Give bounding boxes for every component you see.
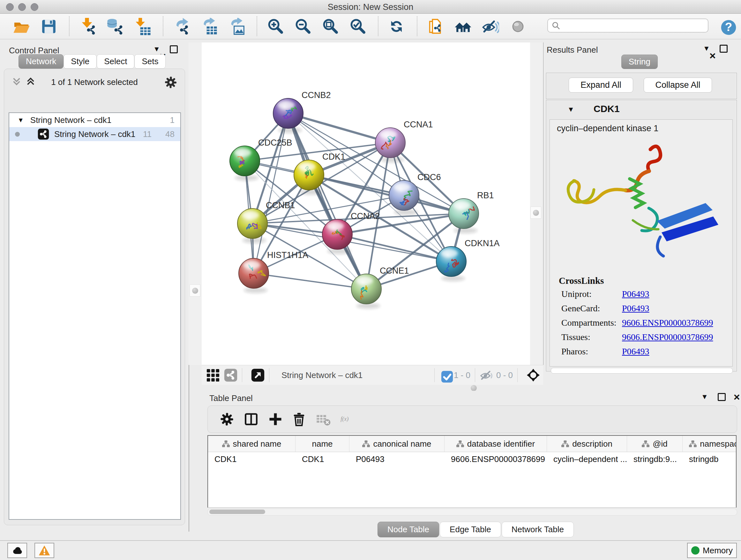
column-header-shared-name[interactable]: shared name [208,436,295,452]
tab-network-table[interactable]: Network Table [502,522,574,537]
network-node-CCNA1[interactable] [375,128,405,163]
toolbar-button-zoom-out[interactable] [294,18,312,35]
tab-node-table[interactable]: Node Table [378,522,439,537]
tab-network[interactable]: Network [18,54,64,69]
table-cell[interactable]: CDK1 [208,452,295,466]
column-header-namespace[interactable]: namespace [683,436,737,452]
network-edge[interactable] [254,113,288,273]
selected-checkbox-icon[interactable] [441,370,451,380]
table-cell[interactable]: P06493 [349,452,445,466]
toolbar-button-zoom-fit[interactable] [322,18,339,35]
table-h-scrollbar[interactable] [207,509,737,516]
toolbar-button-hide-eye[interactable] [482,18,499,35]
search-box[interactable] [547,18,709,33]
toolbar-button-houses[interactable] [455,18,472,35]
toolbar-button-import-database[interactable] [107,18,124,35]
add-column-icon[interactable] [268,412,283,427]
crosslink-link[interactable]: P06493 [622,303,650,314]
results-panel-close-button[interactable]: × [710,53,716,59]
left-splitter-handle[interactable] [190,285,200,297]
toolbar-button-eye-disabled[interactable] [509,18,527,35]
right-splitter-handle[interactable] [530,206,541,219]
grid-view-icon[interactable] [206,368,219,382]
toolbar-button-export-network[interactable] [173,18,190,35]
section-collapse-icon[interactable]: ▼ [567,105,575,114]
column-header-description[interactable]: description [547,436,627,452]
gear-icon[interactable] [164,75,178,91]
crosslink-link[interactable]: 9606.ENSP00000378699 [622,318,713,328]
results-panel-maximize-button[interactable] [720,45,728,53]
network-node-HIST1H1A[interactable] [239,258,269,293]
table-cell[interactable]: 9606.ENSP00000378699 [445,452,547,466]
toolbar-button-export-image[interactable] [228,18,245,35]
toolbar-button-help[interactable]: ? [720,19,734,33]
toolbar-button-zoom-in[interactable] [267,18,284,35]
horizontal-splitter[interactable] [202,385,741,391]
tab-string[interactable]: String [621,55,658,69]
control-panel-maximize-button[interactable] [170,45,178,53]
column-header-name[interactable]: name [295,436,349,452]
horizontal-splitter-handle[interactable] [471,385,477,391]
results-scrollbar[interactable] [551,368,733,374]
left-splitter[interactable] [189,43,202,365]
toolbar-button-clone-document[interactable] [427,18,444,35]
toolbar-button-zoom-selected[interactable] [349,18,366,35]
tree-expand-icon[interactable]: ▼ [17,117,24,124]
network-node-CCNA2[interactable] [322,219,352,254]
function-builder-icon[interactable]: f(x) [340,412,368,427]
toolbar-button-import-table[interactable] [134,18,151,35]
expand-all-button[interactable]: Expand All [569,78,633,92]
column-header-database-identifier[interactable]: database identifier [445,436,547,452]
table-cell[interactable]: stringdb [683,452,737,466]
birdseye-view-icon[interactable] [251,368,265,382]
crosslink-link[interactable]: P06493 [622,289,650,299]
table-panel-float-button[interactable]: ▼ [701,393,708,401]
network-node-RB1[interactable] [449,199,479,233]
network-overview-icon[interactable] [224,368,238,382]
search-input[interactable] [560,21,698,30]
table-cell[interactable]: cyclin–dependent ... [547,452,627,466]
crosslink-link[interactable]: 9606.ENSP00000378699 [622,332,713,342]
toolbar-button-export-table[interactable] [200,18,218,35]
table-cell[interactable]: stringdb:9... [627,452,683,466]
toolbar-button-refresh[interactable] [388,18,405,35]
network-node-CCNE1[interactable] [351,274,381,309]
table-settings-gear-icon[interactable] [219,412,234,427]
column-header-canonical-name[interactable]: canonical name [349,436,445,452]
tab-select[interactable]: Select [97,54,134,69]
network-edge[interactable] [337,234,451,261]
table-cell[interactable]: CDK1 [295,452,349,466]
right-splitter[interactable] [530,43,544,365]
network-node-CDC25B[interactable] [230,146,260,181]
network-canvas[interactable]: CCNB2CCNA1CDC25BCDK1CDC6RB1CCNB1CCNA2CDK… [202,43,530,365]
cloud-status-button[interactable] [7,543,27,558]
network-node-CCNB2[interactable] [273,98,303,133]
delete-column-icon[interactable] [291,412,307,427]
scrollbar-thumb[interactable] [209,509,265,514]
network-edge[interactable] [288,113,390,143]
table-panel-close-button[interactable]: × [734,394,740,400]
toolbar-button-import-network[interactable] [79,18,96,35]
toolbar-button-open-folder[interactable] [13,18,30,35]
network-edge[interactable] [254,273,366,289]
column-header--id[interactable]: @id [627,436,683,452]
tab-edge-table[interactable]: Edge Table [440,522,501,537]
table-row[interactable]: CDK1CDK1P064939606.ENSP00000378699cyclin… [208,452,736,466]
fit-selected-crosshair-icon[interactable] [527,368,540,382]
hidden-eye-icon[interactable] [480,368,493,382]
warnings-button[interactable] [35,543,54,558]
network-node-CCNB1[interactable] [238,208,267,243]
collapse-all-button[interactable]: Collapse All [644,78,712,92]
memory-button[interactable]: Memory [687,543,737,558]
network-node-CDKN1A[interactable] [436,246,466,281]
results-panel-float-button[interactable]: ▼ [703,44,710,53]
network-edge[interactable] [288,113,366,289]
network-collection-row[interactable]: ▼ String Network – cdk1 1 [9,113,180,127]
tab-sets[interactable]: Sets [134,54,165,69]
toolbar-button-save[interactable] [40,18,57,35]
control-panel-float-button[interactable]: ▼ [153,45,160,53]
delete-table-icon[interactable] [316,412,331,427]
tab-style[interactable]: Style [64,54,97,69]
show-columns-icon[interactable] [244,412,259,427]
network-row-selected[interactable]: String Network – cdk1 11 48 [9,127,180,141]
